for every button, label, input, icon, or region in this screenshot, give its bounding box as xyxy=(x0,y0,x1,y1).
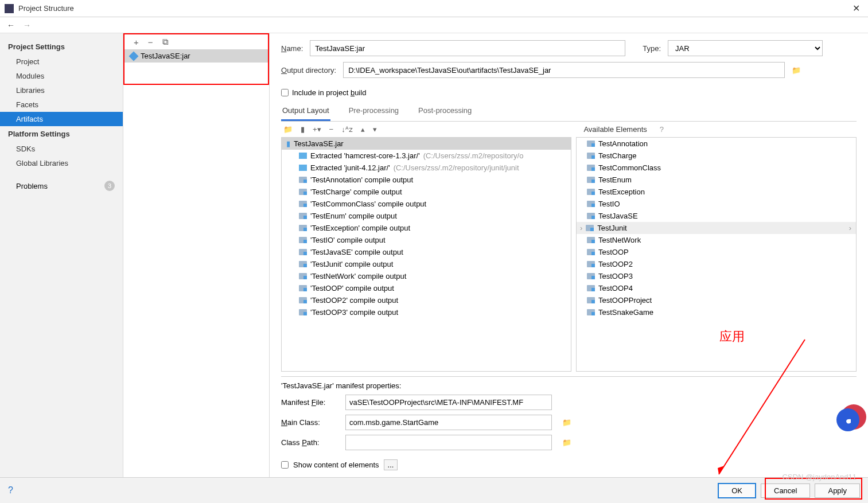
module-item[interactable]: TestJavaSE xyxy=(577,210,856,222)
sidebar-item-global-libraries[interactable]: Global Libraries xyxy=(0,156,123,170)
type-label: Type: xyxy=(643,44,661,53)
output-directory-label: Output directory: xyxy=(281,66,336,75)
show-content-config-button[interactable]: ... xyxy=(384,459,398,470)
browse-main-class-icon[interactable]: 📁 xyxy=(559,417,575,428)
tree-item[interactable]: 'TestOOP' compile output xyxy=(282,282,571,294)
tree-item[interactable]: 'TestOOP2' compile output xyxy=(282,294,571,306)
tree-item[interactable]: 'TestIO' compile output xyxy=(282,234,571,246)
show-content-checkbox[interactable] xyxy=(281,461,289,469)
main-class-input[interactable] xyxy=(345,415,552,430)
module-item[interactable]: TestException xyxy=(577,186,856,198)
tab-pre-processing[interactable]: Pre-processing xyxy=(348,103,400,121)
folder-icon xyxy=(299,261,307,267)
extract-icon xyxy=(299,165,307,171)
copy-artifact-icon[interactable]: ⧉ xyxy=(162,37,169,47)
module-icon xyxy=(587,141,595,147)
tree-item[interactable]: Extracted 'junit-4.12.jar/' (C:/Users/zs… xyxy=(282,162,571,174)
tree-item[interactable]: 'TestNetWork' compile output xyxy=(282,270,571,282)
tree-item[interactable]: 'TestJavaSE' compile output xyxy=(282,246,571,258)
add-artifact-icon[interactable]: + xyxy=(134,37,139,47)
module-icon xyxy=(587,285,595,291)
sidebar-item-modules[interactable]: Modules xyxy=(0,69,123,83)
help-icon[interactable]: ? xyxy=(660,125,664,134)
tree-item[interactable]: 'TestAnnotation' compile output xyxy=(282,174,571,186)
sidebar-item-facets[interactable]: Facets xyxy=(0,98,123,112)
back-arrow-icon[interactable]: ← xyxy=(6,20,16,31)
sidebar-item-artifacts[interactable]: Artifacts xyxy=(0,112,123,126)
sidebar-item-sdks[interactable]: SDKs xyxy=(0,142,123,156)
module-icon xyxy=(587,177,595,183)
tree-item[interactable]: 'TestOOP3' compile output xyxy=(282,306,571,318)
module-item[interactable]: TestCharge xyxy=(577,150,856,162)
module-icon xyxy=(587,165,595,171)
sidebar-item-problems[interactable]: Problems 3 xyxy=(0,177,123,194)
cancel-button[interactable]: Cancel xyxy=(761,483,810,498)
manifest-file-input[interactable] xyxy=(345,395,552,410)
problems-label: Problems xyxy=(16,182,48,190)
tree-root[interactable]: ▮ TestJavaSE.jar xyxy=(282,138,571,150)
module-item[interactable]: TestAnnotation xyxy=(577,138,856,150)
folder-icon xyxy=(299,189,307,195)
module-item[interactable]: TestEnum xyxy=(577,174,856,186)
browse-class-path-icon[interactable]: 📁 xyxy=(559,437,575,448)
remove-item-icon[interactable]: − xyxy=(329,125,334,134)
output-directory-input[interactable] xyxy=(343,62,785,78)
module-item[interactable]: TestIO xyxy=(577,198,856,210)
module-item[interactable]: TestOOP3 xyxy=(577,270,856,282)
tree-item[interactable]: 'TestException' compile output xyxy=(282,222,571,234)
module-item[interactable]: TestCommonClass xyxy=(577,162,856,174)
tree-item[interactable]: 'TestEnum' compile output xyxy=(282,210,571,222)
folder-icon xyxy=(299,285,307,291)
tree-item[interactable]: 'TestCommonClass' compile output xyxy=(282,198,571,210)
new-folder-icon[interactable]: 📁 xyxy=(283,125,293,134)
artifact-list-panel: + − ⧉ TestJavaSE:jar xyxy=(123,33,270,477)
sort-icon[interactable]: ↓ᴬᴢ xyxy=(341,125,353,134)
section-project-settings: Project Settings xyxy=(0,39,123,54)
module-item[interactable]: ›TestJunit› xyxy=(577,222,856,234)
move-up-icon[interactable]: ▴ xyxy=(361,125,365,134)
name-input[interactable] xyxy=(310,40,625,56)
close-icon[interactable]: ✕ xyxy=(849,3,863,14)
ok-button[interactable]: OK xyxy=(718,483,756,498)
module-item[interactable]: TestOOP2 xyxy=(577,258,856,270)
module-icon xyxy=(587,297,595,303)
output-layout-tree[interactable]: ▮ TestJavaSE.jar Extracted 'hamcrest-cor… xyxy=(281,137,571,372)
class-path-label: Class Path: xyxy=(281,438,338,447)
forward-arrow-icon[interactable]: → xyxy=(22,20,32,31)
extract-icon xyxy=(299,153,307,159)
type-select[interactable]: JAR xyxy=(668,40,823,56)
name-label: Name: xyxy=(281,44,303,53)
module-item[interactable]: TestOOPProject xyxy=(577,294,856,306)
module-item[interactable]: TestOOP xyxy=(577,246,856,258)
section-platform-settings: Platform Settings xyxy=(0,126,123,142)
remove-artifact-icon[interactable]: − xyxy=(148,37,153,47)
sidebar-item-project[interactable]: Project xyxy=(0,54,123,69)
tab-post-processing[interactable]: Post-processing xyxy=(417,103,473,121)
sidebar-item-libraries[interactable]: Libraries xyxy=(0,83,123,98)
folder-icon xyxy=(299,213,307,219)
tree-item[interactable]: 'TestJunit' compile output xyxy=(282,258,571,270)
help-icon[interactable]: ? xyxy=(8,485,13,496)
main-class-label: Main Class: xyxy=(281,418,338,427)
tree-item[interactable]: 'TestCharge' compile output xyxy=(282,186,571,198)
artifact-item-label: TestJavaSE:jar xyxy=(141,52,190,60)
browse-output-icon[interactable]: 📁 xyxy=(792,66,801,75)
class-path-input[interactable] xyxy=(345,435,552,450)
available-elements-tree[interactable]: TestAnnotationTestChargeTestCommonClassT… xyxy=(576,137,857,372)
move-down-icon[interactable]: ▾ xyxy=(373,125,377,134)
artifact-item[interactable]: TestJavaSE:jar xyxy=(124,49,268,63)
manifest-file-label: Manifest File: xyxy=(281,398,338,407)
module-icon xyxy=(587,261,595,267)
module-icon xyxy=(587,201,595,207)
module-icon xyxy=(587,249,595,255)
window-title: Project Structure xyxy=(18,4,849,13)
new-archive-icon[interactable]: ▮ xyxy=(301,125,305,134)
module-item[interactable]: TestNetWork xyxy=(577,234,856,246)
module-item[interactable]: TestSnakeGame xyxy=(577,306,856,318)
include-build-checkbox[interactable] xyxy=(281,89,289,96)
tree-item[interactable]: Extracted 'hamcrest-core-1.3.jar/' (C:/U… xyxy=(282,150,571,162)
add-copy-icon[interactable]: +▾ xyxy=(313,125,321,134)
module-item[interactable]: TestOOP4 xyxy=(577,282,856,294)
tab-output-layout[interactable]: Output Layout xyxy=(281,103,330,121)
apply-button[interactable]: Apply xyxy=(815,483,860,498)
